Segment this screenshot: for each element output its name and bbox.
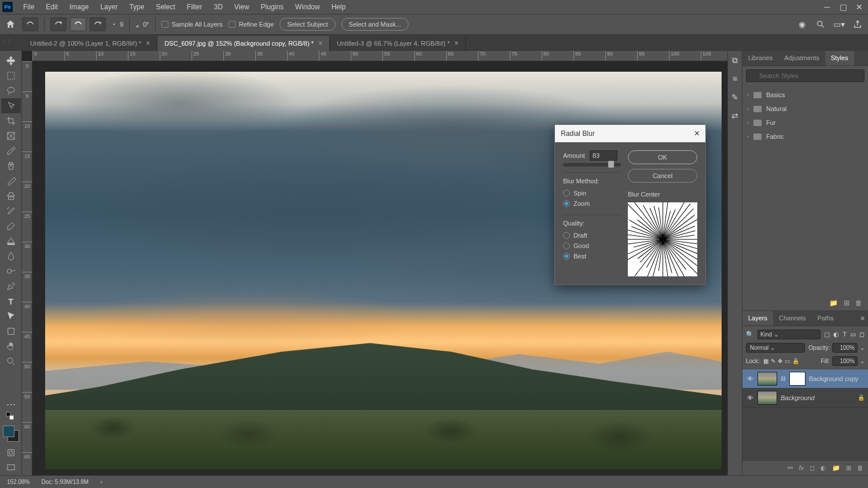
filter-shape-icon[interactable]: ▭: [850, 331, 856, 338]
tab-channels[interactable]: Channels: [773, 311, 811, 326]
tab-styles[interactable]: Styles: [825, 51, 854, 65]
angle-group[interactable]: ⦟ 0°: [135, 20, 149, 29]
visibility-icon[interactable]: 👁: [746, 375, 754, 382]
foreground-color[interactable]: [3, 426, 14, 437]
tool-preset-picker[interactable]: [22, 17, 38, 31]
dialog-titlebar[interactable]: Radial Blur ×: [555, 125, 705, 142]
doc-tab-1[interactable]: DSC_6097.jpg @ 152% (Background copy, RG…: [157, 36, 330, 51]
radio-icon[interactable]: [563, 242, 570, 249]
select-and-mask-button[interactable]: Select and Mask...: [341, 18, 409, 31]
layer-item-1[interactable]: 👁 Background 🔒: [742, 389, 868, 408]
history-brush-tool[interactable]: [1, 204, 21, 219]
filter-type-icon[interactable]: T: [843, 331, 847, 338]
radio-zoom[interactable]: Zoom: [563, 198, 621, 209]
filter-adjust-icon[interactable]: ◐: [833, 331, 839, 338]
swap-colors-icon[interactable]: [1, 412, 21, 422]
adjustment-icon[interactable]: ◐: [821, 464, 826, 472]
quick-selection-tool[interactable]: [1, 98, 21, 113]
intersect-selection-icon[interactable]: [90, 17, 106, 31]
layer-thumbnail[interactable]: [757, 372, 777, 386]
cloud-docs-icon[interactable]: ◉: [796, 19, 808, 30]
share-icon[interactable]: [852, 19, 863, 30]
radio-icon[interactable]: [563, 190, 570, 197]
lock-transparent-icon[interactable]: ▦: [763, 358, 768, 364]
blur-center-preview[interactable]: [628, 202, 697, 276]
move-tool[interactable]: [1, 53, 21, 68]
ok-button[interactable]: OK: [628, 150, 697, 164]
lock-artboard-icon[interactable]: ▭: [785, 358, 790, 364]
menu-type[interactable]: Type: [123, 1, 150, 13]
style-folder-fur[interactable]: ›Fur: [742, 116, 868, 130]
workspace-icon[interactable]: ▭▾: [833, 19, 845, 30]
sample-all-layers[interactable]: Sample All Layers: [161, 21, 223, 28]
opacity-value[interactable]: 100%: [832, 343, 858, 353]
screen-mode-icon[interactable]: [1, 460, 21, 475]
type-tool[interactable]: T: [1, 294, 21, 309]
panel-icon-4[interactable]: ⇄: [729, 110, 741, 121]
quick-mask-icon[interactable]: [1, 445, 21, 460]
sample-all-checkbox[interactable]: [161, 21, 168, 28]
brush-size-group[interactable]: 9: [112, 21, 123, 28]
menu-file[interactable]: File: [17, 1, 40, 13]
tab-adjustments[interactable]: Adjustments: [778, 51, 825, 65]
style-folder-basics[interactable]: ›Basics: [742, 88, 868, 102]
layer-name[interactable]: Background: [781, 394, 815, 401]
trash-icon[interactable]: 🗑: [855, 299, 862, 307]
doc-size[interactable]: Doc: 5.93M/13.8M: [41, 479, 89, 485]
panel-menu-icon[interactable]: ≡: [858, 311, 868, 326]
chevron-down-icon[interactable]: ⌄: [860, 345, 865, 351]
close-tab-icon[interactable]: ×: [454, 39, 458, 47]
styles-search-input[interactable]: [746, 69, 865, 82]
layer-thumbnail[interactable]: [757, 391, 777, 405]
radio-draft[interactable]: Draft: [563, 230, 621, 241]
zoom-tool[interactable]: [1, 354, 21, 369]
lock-position-icon[interactable]: ✥: [778, 358, 782, 364]
zoom-level[interactable]: 152.08%: [7, 479, 30, 485]
amount-input[interactable]: [590, 150, 617, 161]
group-icon[interactable]: 📁: [832, 464, 840, 472]
menu-edit[interactable]: Edit: [40, 1, 64, 13]
chevron-down-icon[interactable]: ⌄: [860, 358, 865, 364]
dodge-tool[interactable]: [1, 264, 21, 279]
crop-tool[interactable]: [1, 113, 21, 128]
eyedropper-tool[interactable]: [1, 143, 21, 158]
refine-edge[interactable]: Refine Edge: [229, 21, 274, 28]
refine-edge-checkbox[interactable]: [229, 21, 236, 28]
vertical-ruler[interactable]: 051015202530354045505560657075808590: [22, 61, 32, 475]
radio-good[interactable]: Good: [563, 241, 621, 251]
menu-help[interactable]: Help: [326, 1, 352, 13]
lasso-tool[interactable]: [1, 83, 21, 98]
panel-icon-3[interactable]: ✎: [729, 91, 741, 103]
tab-layers[interactable]: Layers: [742, 311, 773, 326]
add-selection-icon[interactable]: [50, 17, 67, 31]
layer-name[interactable]: Background copy: [809, 375, 858, 382]
filter-smart-icon[interactable]: ◻: [859, 331, 865, 338]
link-layers-icon[interactable]: ⚯: [788, 464, 793, 472]
blur-tool[interactable]: [1, 249, 21, 264]
mask-icon[interactable]: ◻: [810, 464, 815, 472]
brush-tool[interactable]: [1, 173, 21, 188]
radio-icon[interactable]: [563, 253, 570, 260]
style-folder-natural[interactable]: ›Natural: [742, 102, 868, 116]
home-icon[interactable]: [5, 19, 16, 30]
new-layer-icon[interactable]: ⊞: [846, 464, 851, 472]
doc-tab-2[interactable]: Untitled-3 @ 66.7% (Layer 4, RGB/8#) * ×: [330, 36, 466, 51]
subtract-selection-icon[interactable]: [70, 17, 86, 31]
select-subject-button[interactable]: Select Subject: [279, 18, 335, 31]
close-tab-icon[interactable]: ×: [146, 39, 150, 47]
color-swatch[interactable]: [3, 426, 19, 442]
edit-toolbar[interactable]: ⋯: [1, 397, 21, 412]
blend-mode-select[interactable]: Normal ⌄: [746, 343, 805, 353]
slider-thumb[interactable]: [608, 161, 614, 168]
menu-3d[interactable]: 3D: [208, 1, 228, 13]
mask-thumbnail[interactable]: [789, 372, 806, 386]
layer-filter-select[interactable]: Kind ⌄: [757, 330, 821, 339]
shape-tool[interactable]: [1, 324, 21, 339]
fx-icon[interactable]: fx: [799, 464, 804, 472]
frame-tool[interactable]: [1, 128, 21, 143]
minimize-button[interactable]: ─: [823, 3, 831, 11]
lock-paint-icon[interactable]: ✎: [771, 358, 775, 364]
menu-view[interactable]: View: [229, 1, 255, 13]
maximize-button[interactable]: ▢: [839, 3, 847, 11]
marquee-tool[interactable]: [1, 68, 21, 83]
